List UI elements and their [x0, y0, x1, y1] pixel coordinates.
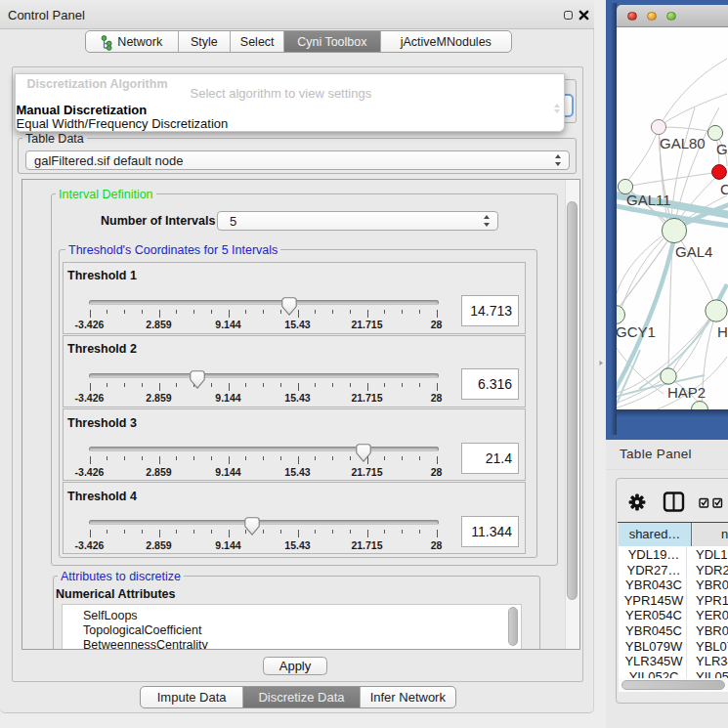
svg-text:GA: GA [716, 141, 728, 157]
svg-text:H: H [717, 323, 728, 340]
svg-text:GAL11: GAL11 [626, 192, 671, 208]
svg-text:GCY1: GCY1 [617, 323, 656, 340]
svg-text:C: C [720, 181, 728, 197]
svg-text:GAL80: GAL80 [660, 135, 706, 151]
svg-text:GAL4: GAL4 [675, 243, 712, 260]
svg-text:HAP2: HAP2 [667, 384, 706, 401]
